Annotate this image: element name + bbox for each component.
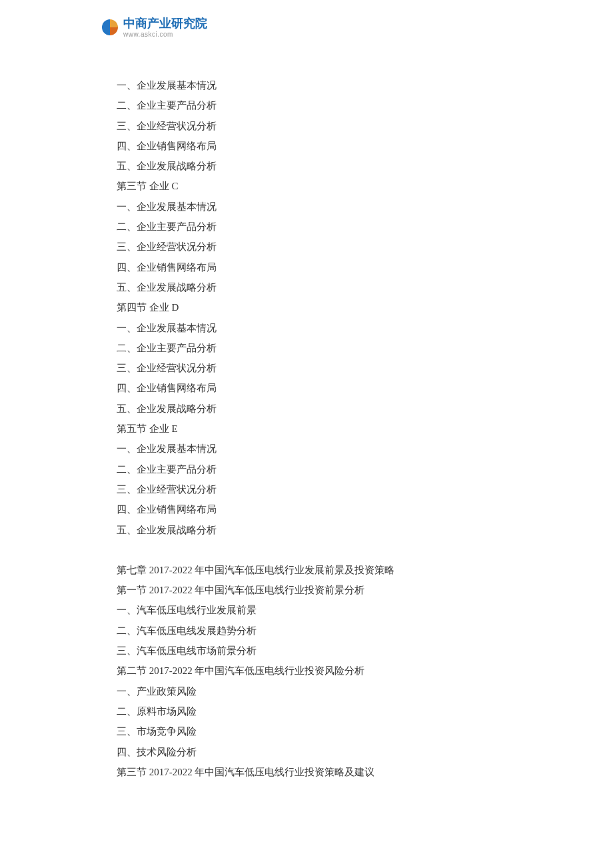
toc-line: 二、企业主要产品分析 <box>117 338 516 358</box>
toc-line: 第三节 2017-2022 年中国汽车低压电线行业投资策略及建议 <box>117 762 516 782</box>
toc-line: 四、企业销售网络布局 <box>117 499 516 519</box>
toc-line: 三、市场竞争风险 <box>117 721 516 741</box>
logo-name-cn: 中商产业研究院 <box>123 17 207 31</box>
toc-line: 一、企业发展基本情况 <box>117 439 516 459</box>
toc-line: 五、企业发展战略分析 <box>117 520 516 540</box>
toc-line: 三、汽车低压电线市场前景分析 <box>117 641 516 661</box>
toc-line: 五、企业发展战略分析 <box>117 156 516 176</box>
toc-line: 五、企业发展战略分析 <box>117 277 516 297</box>
toc-line: 三、企业经营状况分析 <box>117 358 516 378</box>
logo-text-group: 中商产业研究院 www.askci.com <box>123 17 207 38</box>
toc-line: 二、企业主要产品分析 <box>117 459 516 479</box>
logo: 中商产业研究院 www.askci.com <box>100 17 207 38</box>
toc-line: 第五节 企业 E <box>117 419 516 439</box>
toc-line: 一、企业发展基本情况 <box>117 75 516 95</box>
toc-line: 四、技术风险分析 <box>117 742 516 762</box>
toc-line: 一、产业政策风险 <box>117 681 516 701</box>
toc-line: 五、企业发展战略分析 <box>117 399 516 419</box>
toc-line: 第四节 企业 D <box>117 297 516 317</box>
toc-line: 三、企业经营状况分析 <box>117 116 516 136</box>
toc-line: 四、企业销售网络布局 <box>117 257 516 277</box>
toc-line: 一、企业发展基本情况 <box>117 318 516 338</box>
toc-line: 第二节 2017-2022 年中国汽车低压电线行业投资风险分析 <box>117 661 516 681</box>
toc-line: 一、企业发展基本情况 <box>117 197 516 217</box>
toc-line: 二、企业主要产品分析 <box>117 217 516 237</box>
toc-line: 四、企业销售网络布局 <box>117 378 516 398</box>
toc-line: 四、企业销售网络布局 <box>117 136 516 156</box>
toc-line: 一、汽车低压电线行业发展前景 <box>117 600 516 620</box>
toc-line: 三、企业经营状况分析 <box>117 479 516 499</box>
logo-icon <box>100 17 120 37</box>
toc-line: 二、汽车低压电线发展趋势分析 <box>117 621 516 641</box>
toc-line: 二、企业主要产品分析 <box>117 95 516 115</box>
document-content: 一、企业发展基本情况 二、企业主要产品分析 三、企业经营状况分析 四、企业销售网… <box>117 75 516 782</box>
toc-line: 第七章 2017-2022 年中国汽车低压电线行业发展前景及投资策略 <box>117 560 516 580</box>
logo-name-en: www.askci.com <box>123 31 207 38</box>
toc-line: 二、原料市场风险 <box>117 701 516 721</box>
toc-line: 三、企业经营状况分析 <box>117 237 516 257</box>
toc-line: 第一节 2017-2022 年中国汽车低压电线行业投资前景分析 <box>117 580 516 600</box>
blank-line <box>117 540 516 560</box>
toc-line: 第三节 企业 C <box>117 176 516 196</box>
